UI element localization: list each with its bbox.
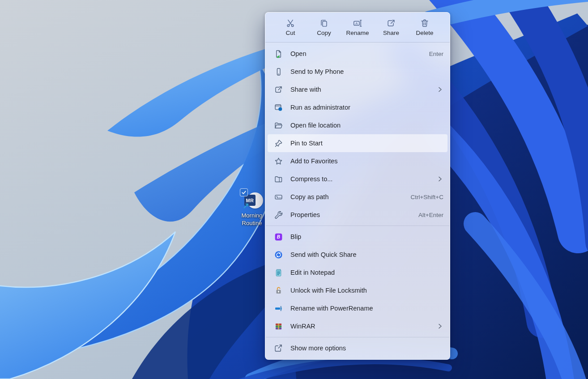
menu-item-pin-to-start[interactable]: Pin to Start (268, 134, 447, 152)
menu-section: Show more options (265, 339, 450, 357)
menu-item-label: Copy as path (290, 193, 328, 200)
menu-item-shortcut: Enter (429, 51, 443, 57)
command-rename[interactable]: A Rename (343, 17, 372, 38)
morning-routine-app-icon: MR (242, 191, 262, 211)
command-label: Delete (416, 30, 433, 36)
chevron-right-icon (436, 323, 443, 330)
command-copy[interactable]: Copy (310, 17, 338, 38)
menu-item-label: Show more options (290, 345, 346, 352)
menu-item-label: Unlock with File Locksmith (290, 287, 367, 294)
menu-item-copy-as-path[interactable]: Copy as path Ctrl+Shift+C (268, 188, 447, 206)
command-delete[interactable]: Delete (410, 17, 439, 38)
open-icon (274, 49, 283, 59)
menu-item-right: Ctrl+Shift+C (410, 194, 443, 200)
menu-item-label: Rename with PowerRename (290, 305, 373, 312)
growth-arrow-icon (243, 202, 250, 209)
rename-icon: A (353, 18, 362, 28)
menu-item-winrar[interactable]: WinRAR (268, 317, 447, 335)
menu-item-compress-to[interactable]: Compress to... (268, 170, 447, 188)
menu-item-right (436, 323, 443, 330)
desktop-icon-morning-routine[interactable]: MR Morning Routine (236, 191, 268, 227)
menu-section: Open Enter Send to My Phone Share with R… (265, 45, 450, 224)
blip-icon: B (274, 232, 283, 242)
menu-item-blip[interactable]: B Blip (268, 228, 447, 246)
menu-item-right: Alt+Enter (418, 212, 443, 218)
share-with-icon (274, 85, 283, 94)
menu-separator (266, 226, 449, 226)
locksmith-icon (274, 286, 283, 295)
menu-item-label: Edit in Notepad (290, 269, 335, 276)
star-icon (274, 157, 283, 166)
command-share[interactable]: Share (377, 17, 405, 38)
menu-item-label: Run as administrator (290, 104, 350, 111)
menu-item-open[interactable]: Open Enter (268, 45, 447, 63)
desktop-icon-label-line2: Routine (236, 220, 268, 227)
menu-item-add-to-favorites[interactable]: Add to Favorites (268, 152, 447, 170)
menu-item-label: Share with (290, 86, 321, 93)
properties-icon (274, 210, 283, 220)
menu-item-shortcut: Alt+Enter (418, 212, 443, 218)
menu-item-run-as-administrator[interactable]: Run as administrator (268, 98, 447, 116)
powerrename-icon (274, 304, 283, 313)
selected-checkbox-icon[interactable] (240, 189, 247, 196)
phone-icon (274, 67, 283, 77)
menu-item-right (436, 86, 443, 93)
menu-item-properties[interactable]: Properties Alt+Enter (268, 206, 447, 224)
menu-sections: Open Enter Send to My Phone Share with R… (265, 43, 450, 359)
menu-section: B Blip Send with Quick Share Edit in Not… (265, 228, 450, 335)
menu-item-open-file-location[interactable]: Open file location (268, 116, 447, 134)
command-bar: Cut Copy A Rename Share Delete (265, 13, 450, 42)
menu-item-unlock-with-file-locksmith[interactable]: Unlock with File Locksmith (268, 281, 447, 299)
notepad-icon (274, 268, 283, 277)
menu-item-share-with[interactable]: Share with (268, 81, 447, 98)
desktop-icon-label: Morning Routine (236, 212, 268, 227)
quick-share-icon (274, 250, 283, 260)
menu-item-label: Open file location (290, 122, 341, 129)
winrar-icon (274, 322, 283, 331)
copy-path-icon (274, 192, 283, 202)
command-label: Share (383, 30, 399, 36)
svg-text:A: A (355, 21, 358, 26)
menu-item-label: Properties (290, 211, 320, 218)
menu-item-label: Add to Favorites (290, 158, 338, 165)
command-label: Cut (285, 30, 295, 36)
copy-icon (319, 18, 329, 28)
show-more-icon (274, 344, 283, 353)
command-label: Rename (346, 30, 369, 36)
menu-separator (266, 337, 449, 337)
menu-item-label: Blip (290, 233, 301, 240)
menu-item-right: Enter (429, 51, 443, 57)
desktop-icon-label-line1: Morning (236, 212, 268, 220)
menu-item-edit-in-notepad[interactable]: Edit in Notepad (268, 264, 447, 281)
menu-item-rename-with-powerrename[interactable]: Rename with PowerRename (268, 299, 447, 317)
menu-item-show-more-options[interactable]: Show more options (268, 339, 447, 357)
command-cut[interactable]: Cut (276, 17, 305, 38)
menu-item-right (436, 175, 443, 183)
folder-open-icon (274, 121, 283, 130)
share-icon (386, 18, 396, 28)
chevron-right-icon (436, 175, 443, 183)
svg-text:B: B (277, 234, 280, 239)
menu-item-label: Open (290, 50, 306, 57)
menu-item-shortcut: Ctrl+Shift+C (410, 194, 443, 200)
menu-item-label: Send to My Phone (290, 68, 344, 75)
menu-item-label: Compress to... (290, 175, 332, 183)
menu-item-send-with-quick-share[interactable]: Send with Quick Share (268, 246, 447, 264)
command-label: Copy (317, 30, 331, 36)
menu-item-label: WinRAR (290, 323, 315, 330)
pin-icon (274, 139, 283, 148)
menu-item-label: Pin to Start (290, 140, 323, 147)
context-menu: Cut Copy A Rename Share Delete Open Ente… (265, 12, 450, 360)
compress-icon (274, 175, 283, 184)
menu-item-send-to-my-phone[interactable]: Send to My Phone (268, 63, 447, 81)
menu-item-label: Send with Quick Share (290, 251, 357, 258)
cut-icon (285, 18, 295, 28)
delete-icon (420, 18, 430, 28)
chevron-right-icon (436, 86, 443, 93)
admin-icon (274, 103, 283, 112)
